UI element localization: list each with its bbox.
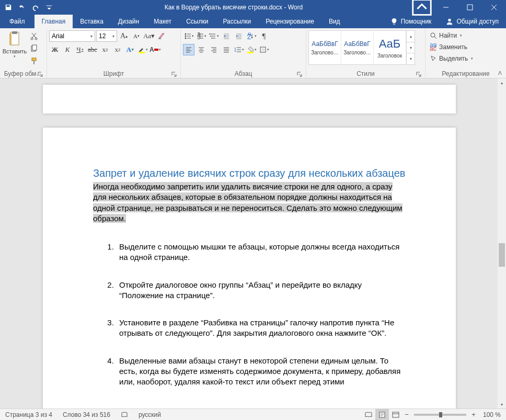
- italic-button[interactable]: К: [62, 44, 73, 55]
- replace-button[interactable]: abac Заменить: [428, 42, 475, 52]
- zoom-level[interactable]: 100 %: [478, 409, 506, 420]
- document-area: Запрет и удаление висячих строк сразу дл…: [0, 78, 506, 408]
- multilevel-list-button[interactable]: [208, 30, 220, 42]
- scroll-thumb[interactable]: [499, 243, 505, 267]
- language-indicator[interactable]: русский: [133, 409, 166, 420]
- tab-layout[interactable]: Макет: [146, 15, 179, 28]
- ribbon-display-options-button[interactable]: [410, 0, 434, 15]
- show-marks-button[interactable]: ¶: [258, 30, 270, 42]
- align-left-button[interactable]: [183, 44, 194, 55]
- font-size-combo[interactable]: 12▾: [96, 30, 117, 42]
- style-item-2[interactable]: АаБ Заголовок: [374, 31, 406, 64]
- collapse-ribbon-button[interactable]: ᐱ: [496, 69, 504, 77]
- gallery-up-button[interactable]: ▴: [407, 31, 415, 42]
- paste-button[interactable]: Вставить ▾: [2, 29, 27, 59]
- style-label: Заголово…: [343, 50, 371, 55]
- list-item[interactable]: Выделенные вами абзацы станут в некоторо…: [116, 356, 406, 388]
- format-painter-button[interactable]: [28, 55, 40, 67]
- web-layout-button[interactable]: [389, 409, 402, 421]
- minimize-button[interactable]: [434, 0, 458, 15]
- svg-rect-2: [467, 5, 473, 10]
- save-button[interactable]: [2, 1, 15, 14]
- svg-point-19: [185, 38, 186, 39]
- scroll-up-button[interactable]: ▴: [498, 78, 506, 87]
- styles-launcher[interactable]: [416, 71, 422, 77]
- zoom-in-button[interactable]: +: [469, 411, 478, 418]
- gallery-more-button[interactable]: ▾: [407, 53, 415, 64]
- superscript-button[interactable]: x2: [112, 44, 123, 55]
- list-item[interactable]: Установите в разделе “Разбивка на страни…: [116, 317, 406, 339]
- tell-me-button[interactable]: Помощник: [383, 15, 439, 28]
- decrease-font-button[interactable]: A▾: [131, 30, 142, 42]
- text-effects-button[interactable]: A: [124, 44, 136, 55]
- share-button[interactable]: Общий доступ: [439, 15, 506, 28]
- style-item-1[interactable]: АаБбВвГ Заголово…: [341, 31, 374, 64]
- cut-button[interactable]: [28, 30, 40, 42]
- copy-button[interactable]: [28, 43, 40, 54]
- bullets-button[interactable]: [183, 30, 194, 42]
- increase-font-button[interactable]: A▴: [118, 30, 130, 42]
- document-ordered-list[interactable]: Выделите с помощью мышки те абзацы, кото…: [93, 242, 406, 387]
- vertical-scrollbar[interactable]: ▴ ▾: [498, 78, 506, 408]
- page-indicator[interactable]: Страница 3 из 4: [0, 409, 58, 420]
- spellcheck-button[interactable]: [116, 409, 133, 420]
- close-button[interactable]: [482, 0, 506, 15]
- tab-references[interactable]: Ссылки: [179, 15, 215, 28]
- list-item[interactable]: Откройте диалоговое окно группы “Абзац” …: [116, 280, 406, 301]
- page-1-tail[interactable]: [43, 85, 456, 113]
- tab-insert[interactable]: Вставка: [73, 15, 111, 28]
- font-launcher[interactable]: [171, 71, 177, 77]
- tab-home[interactable]: Главная: [34, 15, 73, 28]
- align-right-button[interactable]: [208, 44, 220, 55]
- zoom-out-button[interactable]: −: [402, 411, 411, 418]
- underline-button[interactable]: Ч: [74, 44, 86, 55]
- qat-customize-button[interactable]: [43, 1, 55, 14]
- subscript-button[interactable]: x2: [99, 44, 111, 55]
- editing-group-label: Редактирование: [442, 70, 489, 77]
- svg-rect-14: [33, 61, 34, 64]
- font-color-button[interactable]: A: [150, 44, 161, 55]
- clipboard-launcher[interactable]: [37, 71, 43, 77]
- paragraph-launcher[interactable]: [296, 71, 303, 77]
- line-spacing-button[interactable]: [233, 44, 245, 55]
- gallery-down-button[interactable]: ▾: [407, 42, 415, 54]
- print-layout-button[interactable]: [375, 409, 389, 421]
- tab-view[interactable]: Вид: [321, 15, 348, 28]
- tab-design[interactable]: Дизайн: [111, 15, 146, 28]
- read-mode-button[interactable]: [362, 409, 375, 421]
- undo-button[interactable]: [16, 1, 28, 14]
- align-center-button[interactable]: [196, 44, 207, 55]
- svg-rect-12: [32, 45, 37, 50]
- highlight-button[interactable]: [137, 44, 148, 55]
- strikethrough-button[interactable]: abc: [87, 44, 98, 55]
- bold-button[interactable]: Ж: [49, 44, 61, 55]
- borders-button[interactable]: [258, 44, 270, 55]
- change-case-button[interactable]: Aa▾: [143, 30, 155, 42]
- zoom-knob[interactable]: [439, 412, 442, 417]
- page-2[interactable]: Запрет и удаление висячих строк сразу дл…: [43, 128, 456, 408]
- decrease-indent-button[interactable]: [221, 30, 232, 42]
- list-item[interactable]: Выделите с помощью мышки те абзацы, кото…: [116, 242, 406, 263]
- word-count[interactable]: Слово 34 из 516: [58, 409, 116, 420]
- justify-button[interactable]: [221, 44, 232, 55]
- tab-mailings[interactable]: Рассылки: [215, 15, 258, 28]
- shading-button[interactable]: [246, 44, 257, 55]
- redo-button[interactable]: [29, 1, 42, 14]
- document-heading[interactable]: Запрет и удаление висячих строк сразу дл…: [93, 167, 406, 179]
- clear-formatting-button[interactable]: [156, 30, 167, 42]
- select-button[interactable]: Выделить▾: [428, 53, 475, 64]
- find-button[interactable]: Найти▾: [428, 30, 475, 41]
- style-item-0[interactable]: АаБбВвГ Заголово…: [309, 31, 341, 64]
- maximize-button[interactable]: [458, 0, 482, 15]
- zoom-slider[interactable]: [414, 414, 466, 416]
- search-icon: [430, 32, 437, 39]
- tab-review[interactable]: Рецензирование: [258, 15, 321, 28]
- font-name-combo[interactable]: Arial▾: [49, 30, 95, 42]
- document-selected-paragraph[interactable]: Иногда необходимо запретить или удалить …: [93, 182, 402, 223]
- scroll-down-button[interactable]: ▾: [498, 400, 506, 408]
- increase-indent-button[interactable]: [233, 30, 245, 42]
- sort-button[interactable]: AZ: [246, 30, 257, 42]
- ribbon: Вставить ▾ Буфер обм… Arial▾ 12▾ A▴ A▾ A…: [0, 28, 506, 78]
- numbering-button[interactable]: 123: [196, 30, 207, 42]
- tab-file[interactable]: Файл: [0, 15, 34, 28]
